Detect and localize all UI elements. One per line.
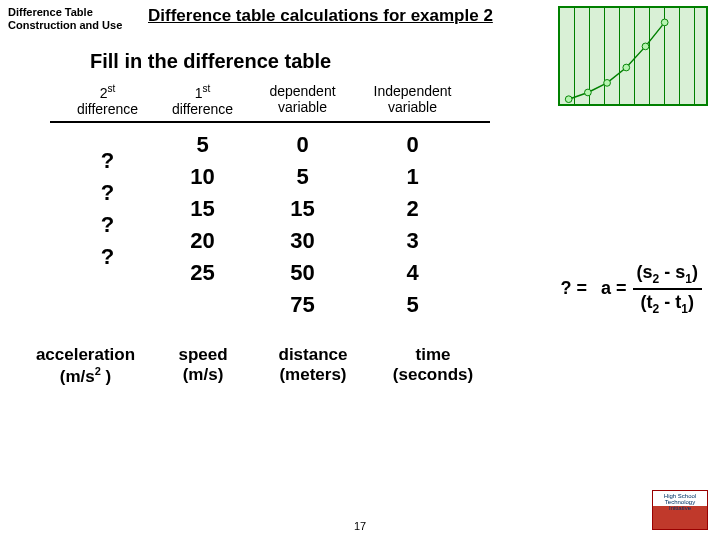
table-cell: 50 — [250, 257, 355, 289]
page-title: Difference table calculations for exampl… — [148, 6, 493, 26]
formula-lhs: ? = — [561, 278, 588, 299]
unit-speed: speed (m/s) — [153, 345, 253, 387]
acceleration-formula: ? = a = (s2 - s1) (t2 - t1) — [561, 260, 702, 317]
table-cell: ? — [60, 241, 155, 273]
header-2nd-diff: 2st difference — [60, 83, 155, 117]
logo-hsti: High School Technology Initiative — [652, 490, 708, 530]
svg-point-2 — [604, 80, 611, 87]
col-independent: 0 1 2 3 4 5 — [355, 129, 470, 321]
header-independent: Independent variable — [355, 83, 470, 117]
table-cell: 15 — [155, 193, 250, 225]
section-label: Difference Table Construction and Use — [8, 6, 138, 32]
header-1st-diff: 1st difference — [155, 83, 250, 117]
svg-point-0 — [565, 96, 572, 103]
table-cell: 0 — [355, 129, 470, 161]
svg-point-4 — [642, 43, 649, 50]
table-cell: 1 — [355, 161, 470, 193]
table-cell: 20 — [155, 225, 250, 257]
table-cell: 3 — [355, 225, 470, 257]
header-dependent: dependent variable — [250, 83, 355, 117]
table-cell: 4 — [355, 257, 470, 289]
table-cell: 25 — [155, 257, 250, 289]
page-number: 17 — [354, 520, 366, 532]
table-cell: ? — [60, 145, 155, 177]
table-cell: 5 — [155, 129, 250, 161]
table-rule — [50, 121, 490, 123]
col-dependent: 0 5 15 30 50 75 — [250, 129, 355, 321]
unit-acceleration: acceleration (m/s2 ) — [18, 345, 153, 387]
table-cell: 5 — [250, 161, 355, 193]
table-cell: ? — [60, 177, 155, 209]
units-row: acceleration (m/s2 ) speed (m/s) distanc… — [18, 345, 720, 387]
col-1st-diff: 5 10 15 20 25 — [155, 129, 250, 321]
col-2nd-diff: ? ? ? ? — [60, 145, 155, 321]
chart-thumbnail — [558, 6, 708, 106]
table-cell: ? — [60, 209, 155, 241]
table-cell: 5 — [355, 289, 470, 321]
formula-a-equals: a = — [601, 278, 627, 299]
unit-distance: distance (meters) — [253, 345, 373, 387]
svg-point-1 — [585, 89, 592, 96]
table-cell: 10 — [155, 161, 250, 193]
table-cell: 75 — [250, 289, 355, 321]
table-cell: 30 — [250, 225, 355, 257]
table-cell: 15 — [250, 193, 355, 225]
svg-point-5 — [661, 19, 668, 26]
svg-point-3 — [623, 64, 630, 71]
table-cell: 2 — [355, 193, 470, 225]
table-cell: 0 — [250, 129, 355, 161]
unit-time: time (seconds) — [373, 345, 493, 387]
formula-fraction: (s2 - s1) (t2 - t1) — [633, 260, 702, 317]
